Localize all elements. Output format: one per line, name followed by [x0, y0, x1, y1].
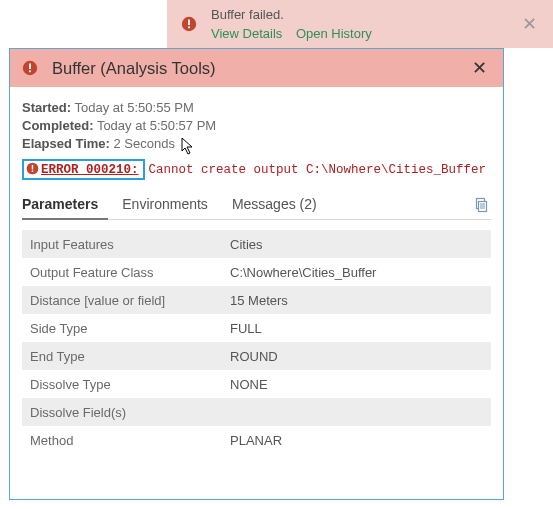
panel-close-button[interactable]: ✕: [466, 55, 493, 81]
param-value: NONE: [222, 370, 491, 398]
tab-parameters[interactable]: Parameters: [22, 190, 108, 220]
started-value: Today at 5:50:55 PM: [75, 100, 194, 115]
completed-label: Completed:: [22, 118, 94, 133]
error-line: ERROR 000210: Cannot create output C:\No…: [22, 159, 491, 180]
svg-rect-4: [29, 64, 31, 70]
notification-close-button[interactable]: ✕: [516, 9, 543, 39]
notification-title: Buffer failed.: [211, 6, 516, 24]
tab-environments[interactable]: Environments: [122, 190, 218, 220]
param-key: Side Type: [22, 314, 222, 342]
param-key: Input Features: [22, 230, 222, 258]
elapsed-label: Elapsed Time:: [22, 136, 110, 151]
param-key: Dissolve Type: [22, 370, 222, 398]
param-key: Dissolve Field(s): [22, 398, 222, 426]
tab-bar: Parameters Environments Messages (2): [22, 190, 491, 220]
svg-rect-2: [188, 26, 190, 28]
table-row: End TypeROUND: [22, 342, 491, 370]
tab-messages[interactable]: Messages (2): [232, 190, 327, 220]
error-icon: [22, 60, 38, 76]
table-row: Dissolve TypeNONE: [22, 370, 491, 398]
table-row: MethodPLANAR: [22, 426, 491, 454]
svg-rect-7: [32, 165, 33, 170]
notification-banner: Buffer failed. View Details Open History…: [167, 0, 553, 48]
svg-rect-8: [32, 170, 33, 171]
panel-title: Buffer (Analysis Tools): [52, 59, 466, 78]
started-label: Started:: [22, 100, 71, 115]
copy-icon[interactable]: [473, 197, 489, 213]
param-key: Output Feature Class: [22, 258, 222, 286]
result-panel: Buffer (Analysis Tools) ✕ Started: Today…: [9, 48, 504, 500]
elapsed-value: 2 Seconds: [114, 136, 175, 151]
view-details-link[interactable]: View Details: [211, 26, 282, 41]
param-value: C:\Nowhere\Cities_Buffer: [222, 258, 491, 286]
completed-line: Completed: Today at 5:50:57 PM: [22, 118, 491, 133]
param-value: FULL: [222, 314, 491, 342]
param-value: PLANAR: [222, 426, 491, 454]
panel-header: Buffer (Analysis Tools) ✕: [10, 49, 503, 87]
table-row: Output Feature ClassC:\Nowhere\Cities_Bu…: [22, 258, 491, 286]
table-row: Input FeaturesCities: [22, 230, 491, 258]
param-value: [222, 398, 491, 426]
param-key: Distance [value or field]: [22, 286, 222, 314]
table-row: Side TypeFULL: [22, 314, 491, 342]
error-icon: [26, 162, 39, 175]
open-history-link[interactable]: Open History: [296, 26, 372, 41]
table-row: Dissolve Field(s): [22, 398, 491, 426]
error-code-text: ERROR 000210:: [41, 163, 139, 177]
svg-rect-1: [188, 20, 190, 26]
param-value: Cities: [222, 230, 491, 258]
param-key: Method: [22, 426, 222, 454]
error-code-link[interactable]: ERROR 000210:: [22, 159, 145, 180]
error-message: Cannot create output C:\Nowhere\Cities_B…: [149, 163, 487, 177]
error-icon: [181, 16, 197, 32]
table-row: Distance [value or field]15 Meters: [22, 286, 491, 314]
param-value: 15 Meters: [222, 286, 491, 314]
param-key: End Type: [22, 342, 222, 370]
svg-rect-5: [29, 70, 31, 72]
param-value: ROUND: [222, 342, 491, 370]
parameters-table: Input FeaturesCitiesOutput Feature Class…: [22, 230, 491, 454]
started-line: Started: Today at 5:50:55 PM: [22, 100, 491, 115]
elapsed-line: Elapsed Time: 2 Seconds: [22, 136, 491, 151]
completed-value: Today at 5:50:57 PM: [97, 118, 216, 133]
